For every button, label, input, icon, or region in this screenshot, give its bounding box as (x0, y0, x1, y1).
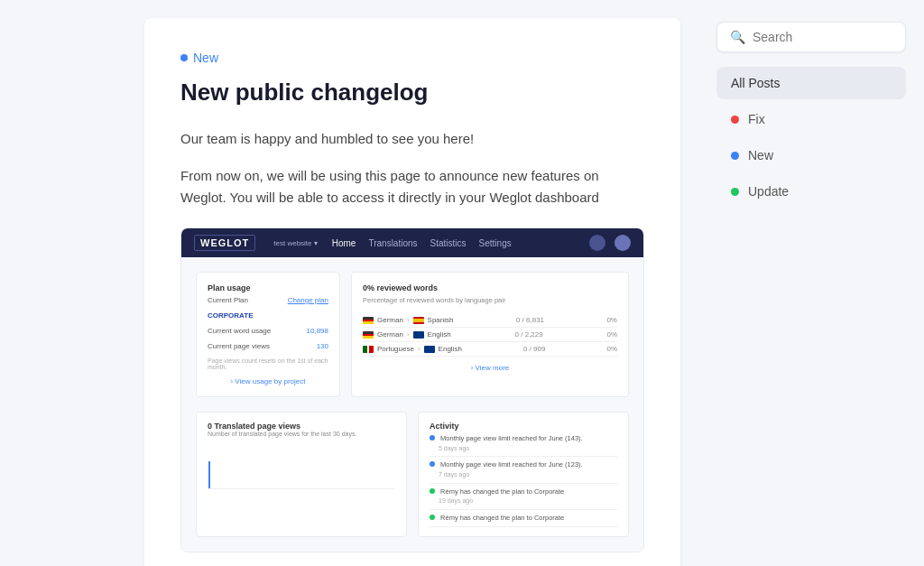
dash-nav: Home Translations Statistics Settings (332, 238, 512, 248)
post-body: Our team is happy and humbled to see you… (180, 128, 644, 209)
post-body-1: Our team is happy and humbled to see you… (180, 128, 644, 151)
dash-activity-1: Monthly page view limit reached for June… (430, 431, 617, 457)
dash-lang-row-1: German › Spanish 0 / 6,831 0% (363, 313, 617, 328)
dash-plan-label: Current Plan (208, 296, 248, 304)
dashboard-screenshot: WEGLOT test website ▾ Home Translations … (180, 227, 644, 552)
dash-icons (589, 235, 631, 251)
search-input[interactable] (753, 30, 910, 44)
filter-fix[interactable]: Fix (716, 103, 906, 135)
dash-website: test website ▾ (273, 239, 317, 247)
lang-pt: Portuguese (377, 345, 414, 353)
flag-es (413, 317, 424, 324)
dash-views-value: 130 (317, 342, 328, 350)
chart-bar (208, 461, 210, 488)
activity-dot-4 (430, 515, 435, 520)
dash-icon-1 (589, 235, 605, 251)
dash-activity-4: Rémy has changed the plan to Corporate (430, 510, 617, 528)
dash-icon-2 (614, 235, 631, 251)
lang-row-1-val: 0 / 6,831 (516, 316, 544, 324)
flag-de-1 (363, 317, 374, 324)
activity-text-4: Rémy has changed the plan to Corporate (440, 514, 564, 522)
dash-nav-statistics: Statistics (430, 238, 467, 248)
post-container: New New public changelog Our team is hap… (144, 18, 680, 566)
filter-new-dot (731, 152, 739, 160)
activity-time-2: 7 days ago (430, 470, 617, 479)
lang-row-1-pct: 0% (606, 316, 617, 324)
post-badge: New (193, 51, 218, 65)
lang-row-3-pct: 0% (606, 345, 617, 353)
dash-body: Plan usage Current Plan Change plan CORP… (181, 257, 643, 412)
lang-de: German (377, 316, 403, 324)
dash-translated-title: 0 Translated page views (208, 422, 395, 431)
dash-reviewed-link: › View more (363, 364, 617, 372)
flag-de-2 (363, 331, 374, 339)
filter-all[interactable]: All Posts (716, 67, 906, 99)
dash-logo: WEGLOT (194, 235, 255, 251)
dash-plan-row: Current Plan Change plan (208, 296, 328, 304)
flag-en-2 (424, 346, 435, 353)
dash-topbar: WEGLOT test website ▾ Home Translations … (181, 228, 643, 257)
filter-update[interactable]: Update (716, 175, 906, 208)
lang-row-2-val: 0 / 2,229 (515, 330, 543, 339)
lang-en-1: English (428, 330, 451, 339)
sidebar: 🔍 All Posts Fix New Update (716, 18, 906, 566)
dash-nav-home: Home (332, 238, 356, 248)
flag-pt (363, 346, 374, 353)
dash-views-label: Current page views (208, 342, 270, 350)
dash-plan-link: › View usage by project (208, 377, 328, 385)
dash-words-value: 10,898 (307, 327, 328, 335)
dash-change-plan: Change plan (288, 296, 328, 304)
lang-row-3-val: 0 / 909 (523, 345, 545, 353)
badge-row: New (180, 51, 644, 65)
activity-time-1: 5 days ago (430, 444, 617, 453)
dash-plan-title: Plan usage (208, 283, 328, 292)
dash-translated-sub: Number of translated page views for the … (208, 431, 395, 437)
filter-fix-dot (731, 116, 739, 124)
dash-translated-card: 0 Translated page views Number of transl… (196, 412, 407, 537)
activity-text-2: Monthly page view limit reached for June… (440, 460, 583, 469)
lang-es: Spanish (428, 316, 454, 324)
activity-dot-3 (430, 488, 435, 494)
filter-fix-label: Fix (748, 112, 765, 126)
search-icon: 🔍 (730, 30, 745, 44)
dash-nav-settings: Settings (479, 238, 512, 248)
search-box[interactable]: 🔍 (716, 22, 906, 52)
filter-all-label: All Posts (731, 76, 780, 90)
dash-lang-row-2: German › English 0 / 2,229 0% (363, 328, 617, 342)
dash-activity-title: Activity (430, 422, 617, 431)
dash-nav-translations: Translations (368, 238, 417, 248)
dash-views-note: Page views count resets on the 1st of ea… (208, 357, 328, 370)
activity-time-3: 19 days ago (430, 496, 617, 506)
dash-lang-row-3: Portuguese › English 0 / 909 0% (363, 342, 617, 357)
activity-dot-2 (430, 461, 435, 467)
post-body-2: From now on, we will be using this page … (180, 165, 644, 210)
dash-plan-card: Plan usage Current Plan Change plan CORP… (196, 272, 340, 397)
dash-activity-2: Monthly page view limit reached for June… (430, 457, 617, 483)
filter-new[interactable]: New (716, 139, 906, 172)
dash-activity-card: Activity Monthly page view limit reached… (418, 412, 629, 537)
dash-views-row: Current page views 130 (208, 342, 328, 350)
activity-dot-1 (430, 435, 435, 441)
dash-plan-value: CORPORATE (208, 311, 328, 320)
flag-en-1 (413, 331, 424, 339)
filter-list: All Posts Fix New Update (716, 67, 906, 208)
filter-new-label: New (748, 148, 773, 162)
dash-chart (208, 444, 395, 489)
post-title: New public changelog (180, 78, 644, 108)
dash-reviewed-card: 0% reviewed words Percentage of reviewed… (351, 272, 629, 397)
filter-update-dot (731, 188, 739, 196)
badge-dot (180, 54, 188, 61)
activity-text-3: Rémy has changed the plan to Corporate (440, 487, 564, 496)
dash-reviewed-sub: Percentage of reviewed words by language… (363, 296, 617, 304)
lang-row-2-pct: 0% (606, 330, 617, 339)
dash-words-row: Current word usage 10,898 (208, 327, 328, 335)
dash-reviewed-title: 0% reviewed words (363, 283, 617, 292)
dash-words-label: Current word usage (208, 327, 271, 335)
dash-bottom: 0 Translated page views Number of transl… (181, 412, 643, 552)
lang-de-2: German (377, 330, 403, 339)
lang-en-2: English (439, 345, 462, 353)
dash-activity-3: Rémy has changed the plan to Corporate 1… (430, 484, 617, 510)
activity-text-1: Monthly page view limit reached for June… (440, 434, 583, 442)
filter-update-label: Update (748, 184, 789, 199)
